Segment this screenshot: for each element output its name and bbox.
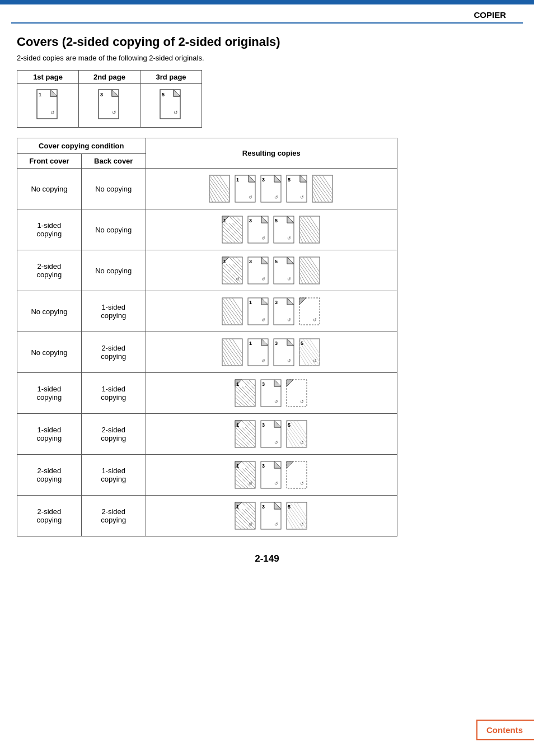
table-row: 1-sidedcopying 2-sidedcopying — [17, 414, 397, 455]
back-cover-val: No copying — [81, 169, 146, 209]
svg-text:3: 3 — [249, 259, 252, 264]
svg-text:3: 3 — [262, 463, 265, 469]
front-cover-val: 1-sidedcopying — [17, 373, 82, 414]
result-icons: 1 ↺ 3 ↺ — [146, 291, 397, 332]
svg-text:5: 5 — [288, 177, 291, 183]
front-cover-header: Front cover — [17, 154, 82, 169]
front-cover-val: No copying — [17, 332, 82, 373]
back-cover-val: No copying — [81, 209, 146, 250]
resulting-copies-header: Resulting copies — [146, 138, 397, 169]
back-cover-val: 1-sidedcopying — [81, 455, 146, 496]
table-row: No copying 1-sidedcopying — [17, 291, 397, 332]
svg-text:1: 1 — [236, 463, 239, 469]
result-icons: 1 3 ↺ — [146, 373, 397, 414]
svg-text:1: 1 — [39, 92, 41, 97]
svg-text:3: 3 — [275, 340, 278, 346]
svg-text:↺: ↺ — [313, 358, 317, 363]
svg-text:↺: ↺ — [50, 110, 55, 115]
svg-text:↺: ↺ — [313, 318, 317, 323]
front-cover-val: 1-sidedcopying — [17, 209, 82, 250]
svg-text:1: 1 — [223, 218, 226, 223]
svg-text:1: 1 — [249, 300, 252, 305]
svg-text:↺: ↺ — [300, 481, 304, 486]
svg-text:1: 1 — [236, 381, 239, 387]
svg-text:↺: ↺ — [261, 277, 265, 282]
svg-text:↺: ↺ — [274, 399, 278, 404]
svg-text:↺: ↺ — [236, 277, 240, 282]
table-row: No copying No copying — [17, 169, 397, 209]
svg-text:↺: ↺ — [261, 236, 265, 241]
back-cover-val: 2-sidedcopying — [81, 332, 146, 373]
front-cover-val: 2-sidedcopying — [17, 455, 82, 496]
svg-text:3: 3 — [262, 381, 265, 387]
back-cover-val: 2-sidedcopying — [81, 414, 146, 455]
svg-text:↺: ↺ — [287, 358, 291, 363]
result-icons: 1 3 ↺ — [146, 209, 397, 250]
orig-col-2: 2nd page — [79, 71, 140, 84]
subtitle: 2-sided copies are made of the following… — [17, 54, 517, 62]
svg-text:↺: ↺ — [300, 522, 304, 527]
orig-col-1: 1st page — [17, 71, 79, 84]
result-icons: 1 ↺ 3 ↺ — [146, 250, 397, 291]
svg-text:5: 5 — [288, 504, 291, 510]
svg-text:↺: ↺ — [261, 318, 265, 323]
orig-page-2: 3 ↺ — [79, 84, 140, 128]
back-cover-val: 2-sidedcopying — [81, 496, 146, 536]
front-cover-val: 1-sidedcopying — [17, 414, 82, 455]
svg-text:↺: ↺ — [287, 277, 291, 282]
svg-text:5: 5 — [301, 340, 303, 346]
table-row: No copying 2-sidedcopying — [17, 332, 397, 373]
svg-text:↺: ↺ — [274, 195, 278, 200]
svg-text:↺: ↺ — [261, 358, 265, 363]
svg-text:5: 5 — [275, 218, 278, 223]
svg-text:↺: ↺ — [112, 110, 116, 115]
front-cover-val: 2-sidedcopying — [17, 496, 82, 536]
svg-text:↺: ↺ — [249, 522, 252, 527]
svg-text:3: 3 — [275, 300, 278, 305]
svg-text:↺: ↺ — [300, 440, 304, 445]
back-cover-header: Back cover — [81, 154, 146, 169]
orig-col-3: 3rd page — [140, 71, 202, 84]
top-bar — [0, 0, 534, 4]
front-cover-val: No copying — [17, 169, 82, 209]
main-table: Cover copying condition Resulting copies… — [17, 138, 397, 536]
result-icons: 1 ↺ 3 ↺ — [146, 332, 397, 373]
svg-text:↺: ↺ — [174, 110, 178, 115]
svg-text:3: 3 — [249, 218, 252, 223]
svg-text:↺: ↺ — [300, 195, 304, 200]
front-cover-val: No copying — [17, 291, 82, 332]
front-cover-val: 2-sidedcopying — [17, 250, 82, 291]
page-number: 2-149 — [17, 553, 517, 564]
svg-text:3: 3 — [262, 177, 265, 183]
svg-text:5: 5 — [162, 92, 165, 97]
svg-text:↺: ↺ — [274, 440, 278, 445]
table-row: 1-sidedcopying 1-sidedcopying — [17, 373, 397, 414]
result-icons: 1 ↺ 3 ↺ — [146, 496, 397, 536]
page-title: Covers (2-sided copying of 2-sided origi… — [17, 35, 517, 49]
svg-text:3: 3 — [262, 422, 265, 428]
back-cover-val: 1-sidedcopying — [81, 373, 146, 414]
table-row: 2-sidedcopying 2-sidedcopying — [17, 496, 397, 536]
result-icons: 1 3 ↺ — [146, 414, 397, 455]
svg-text:5: 5 — [275, 259, 278, 264]
svg-text:3: 3 — [100, 92, 103, 97]
svg-text:3: 3 — [262, 504, 265, 510]
table-row: 2-sidedcopying No copying — [17, 250, 397, 291]
back-cover-val: No copying — [81, 250, 146, 291]
svg-text:1: 1 — [223, 259, 226, 264]
svg-text:↺: ↺ — [249, 481, 252, 486]
svg-text:↺: ↺ — [249, 195, 252, 200]
orig-page-3: 5 ↺ — [140, 84, 202, 128]
svg-text:↺: ↺ — [287, 236, 291, 241]
result-icons: 1 ↺ 3 ↺ — [146, 455, 397, 496]
contents-button[interactable]: Contents — [476, 720, 534, 740]
back-cover-val: 1-sidedcopying — [81, 291, 146, 332]
table-row: 1-sidedcopying No copying — [17, 209, 397, 250]
table-row: 2-sidedcopying 1-sidedcopying — [17, 455, 397, 496]
svg-text:1: 1 — [236, 177, 239, 183]
svg-text:1: 1 — [236, 504, 239, 510]
svg-text:5: 5 — [288, 422, 291, 428]
cover-condition-header: Cover copying condition — [17, 138, 146, 154]
originals-table: 1st page 2nd page 3rd page 1 ↺ — [17, 70, 202, 128]
svg-text:↺: ↺ — [287, 318, 291, 323]
